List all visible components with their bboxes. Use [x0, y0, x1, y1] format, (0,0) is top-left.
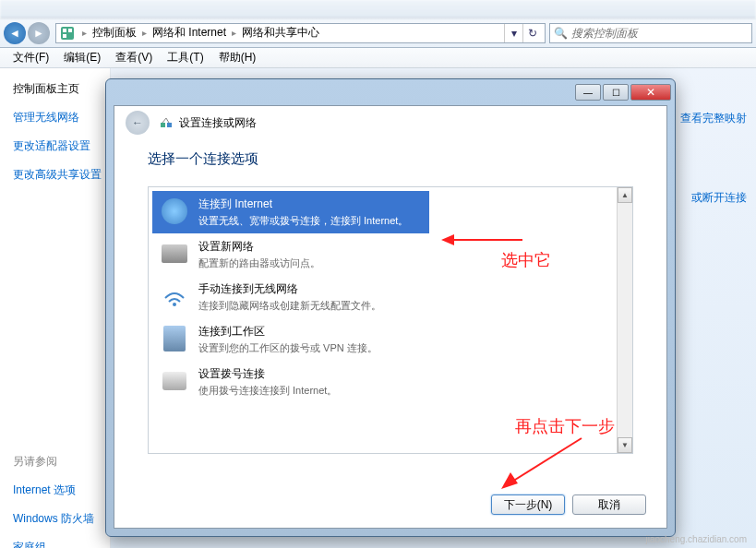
- breadcrumb-box[interactable]: ▸ 控制面板 ▸ 网络和 Internet ▸ 网络和共享中心 ▾ ↻: [55, 23, 546, 43]
- menu-file[interactable]: 文件(F): [6, 50, 56, 66]
- watermark: jiaocheng.chazidian.com: [645, 534, 747, 544]
- sidebar-also-label: 另请参阅: [13, 454, 110, 470]
- building-icon: [160, 324, 189, 353]
- phone-icon: [160, 366, 189, 396]
- option-title: 连接到工作区: [198, 324, 606, 340]
- breadcrumb-sep: ▸: [78, 28, 90, 38]
- dialog-header: ← 设置连接或网络: [114, 106, 666, 139]
- option-connect-internet[interactable]: 连接到 Internet 设置无线、宽带或拨号连接，连接到 Internet。: [152, 191, 429, 233]
- menu-view[interactable]: 查看(V): [108, 50, 160, 66]
- search-icon: 🔍: [554, 27, 568, 40]
- sidebar-link-wireless[interactable]: 管理无线网络: [13, 110, 110, 125]
- option-setup-network[interactable]: 设置新网络 配置新的路由器或访问点。: [152, 233, 614, 276]
- minimize-button[interactable]: —: [575, 84, 601, 101]
- svg-marker-10: [441, 234, 454, 245]
- control-panel-icon: [60, 26, 75, 41]
- svg-line-11: [508, 438, 582, 484]
- svg-line-6: [162, 118, 166, 123]
- breadcrumb-item[interactable]: 网络和共享中心: [240, 25, 321, 41]
- menu-edit[interactable]: 编辑(E): [56, 50, 108, 66]
- address-bar: ◄ ► ▸ 控制面板 ▸ 网络和 Internet ▸ 网络和共享中心 ▾ ↻ …: [0, 18, 756, 48]
- dialog-heading: 选择一个连接选项: [148, 150, 633, 168]
- dialog-back-button[interactable]: ←: [126, 111, 150, 135]
- maximize-button[interactable]: ☐: [603, 84, 629, 101]
- menu-bar: 文件(F) 编辑(E) 查看(V) 工具(T) 帮助(H): [0, 48, 756, 68]
- svg-point-8: [173, 303, 176, 306]
- menu-tools[interactable]: 工具(T): [160, 50, 210, 66]
- option-listbox: 连接到 Internet 设置无线、宽带或拨号连接，连接到 Internet。 …: [148, 186, 633, 454]
- svg-rect-5: [167, 123, 172, 127]
- sidebar-link-homegroup[interactable]: 家庭组: [13, 540, 110, 548]
- wifi-icon: [160, 281, 189, 311]
- breadcrumb-sep: ▸: [138, 28, 150, 38]
- breadcrumb-item[interactable]: 网络和 Internet: [150, 25, 228, 41]
- search-box[interactable]: 🔍: [549, 23, 752, 43]
- option-title: 设置新网络: [198, 239, 606, 255]
- option-desc: 设置无线、宽带或拨号连接，连接到 Internet。: [198, 214, 422, 228]
- svg-rect-2: [68, 29, 72, 32]
- svg-rect-1: [63, 29, 66, 32]
- annotation-arrow-1: [441, 231, 524, 249]
- option-dialup[interactable]: 设置拨号连接 使用拨号连接连接到 Internet。: [152, 361, 614, 403]
- window-titlebar: [0, 0, 756, 18]
- link-view-map[interactable]: 查看完整映射: [680, 111, 747, 126]
- option-workplace[interactable]: 连接到工作区 设置到您的工作区的拨号或 VPN 连接。: [152, 318, 614, 361]
- sidebar-header: 控制面板主页: [13, 81, 110, 97]
- sidebar-link-firewall[interactable]: Windows 防火墙: [13, 511, 110, 527]
- sidebar: 控制面板主页 管理无线网络 更改适配器设置 更改高级共享设置 另请参阅 Inte…: [0, 68, 111, 548]
- option-desc: 设置到您的工作区的拨号或 VPN 连接。: [198, 341, 606, 355]
- dialog-title: 设置连接或网络: [179, 115, 257, 131]
- scroll-up-button[interactable]: ▲: [618, 187, 632, 203]
- option-manual-wireless[interactable]: 手动连接到无线网络 连接到隐藏网络或创建新无线配置文件。: [152, 276, 614, 318]
- sidebar-link-adapter[interactable]: 更改适配器设置: [13, 138, 110, 154]
- option-title: 连接到 Internet: [198, 197, 422, 212]
- sidebar-link-sharing[interactable]: 更改高级共享设置: [13, 167, 110, 183]
- refresh-button[interactable]: ↻: [522, 24, 541, 42]
- nav-forward-button[interactable]: ►: [28, 22, 50, 44]
- option-desc: 连接到隐藏网络或创建新无线配置文件。: [198, 299, 606, 313]
- sidebar-link-internet-options[interactable]: Internet 选项: [13, 482, 110, 498]
- dialog-titlebar: — ☐ ✕: [106, 79, 675, 105]
- globe-icon: [160, 197, 189, 226]
- svg-rect-4: [161, 123, 165, 127]
- breadcrumb-dropdown[interactable]: ▾: [504, 24, 522, 42]
- scroll-down-button[interactable]: ▼: [618, 437, 632, 453]
- nav-back-button[interactable]: ◄: [4, 22, 26, 44]
- svg-marker-12: [501, 472, 518, 489]
- menu-help[interactable]: 帮助(H): [211, 50, 264, 66]
- breadcrumb-item[interactable]: 控制面板: [90, 25, 138, 41]
- search-input[interactable]: [571, 27, 748, 40]
- link-disconnect[interactable]: 或断开连接: [691, 190, 747, 206]
- router-icon: [160, 239, 189, 268]
- annotation-arrow-2: [494, 434, 586, 498]
- option-desc: 使用拨号连接连接到 Internet。: [198, 384, 606, 398]
- close-button[interactable]: ✕: [630, 84, 671, 101]
- scrollbar[interactable]: ▲ ▼: [617, 187, 632, 453]
- network-icon: [159, 115, 174, 130]
- breadcrumb-sep: ▸: [228, 28, 240, 38]
- option-title: 设置拨号连接: [198, 366, 606, 382]
- option-desc: 配置新的路由器或访问点。: [198, 256, 606, 270]
- svg-rect-3: [63, 34, 66, 38]
- setup-connection-dialog: — ☐ ✕ ← 设置连接或网络 选择一个连接选项 连接到 Internet: [105, 78, 676, 537]
- option-title: 手动连接到无线网络: [198, 281, 606, 297]
- svg-line-7: [166, 118, 169, 123]
